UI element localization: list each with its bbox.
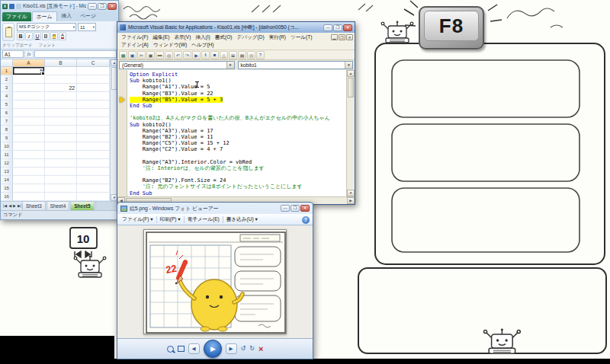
help-icon[interactable]: ? [256, 51, 265, 59]
cell-A7[interactable] [13, 117, 45, 126]
actual-size-icon[interactable] [178, 346, 185, 352]
mdi-minimize-button[interactable]: ▁ [331, 34, 338, 40]
code-line-16[interactable]: '注: Interiorは、セルの背景のことを指します [130, 165, 346, 171]
cut-icon[interactable]: ✂ [137, 51, 146, 59]
cell-C4[interactable] [77, 92, 110, 101]
cell-C5[interactable] [77, 101, 110, 109]
cell-A9[interactable] [13, 134, 45, 142]
font-color-icon[interactable] [59, 32, 66, 40]
cell-A10[interactable] [13, 142, 45, 151]
cell-C15[interactable] [77, 184, 110, 193]
cell-C10[interactable] [77, 142, 110, 151]
code-line-19[interactable]: '注: 元のフォントサイズは8ポイントだったということにします [130, 184, 346, 190]
copy-icon[interactable]: ▣ [146, 51, 155, 59]
row-header-16[interactable]: 16 [1, 193, 13, 201]
delete-button[interactable]: × [258, 345, 263, 353]
cell-B8[interactable] [45, 126, 77, 134]
code-line-8[interactable]: 'kobito2は、Aさんがマクロを書いた人の役、Bさんがエクセルの中の小人ちゃ… [130, 115, 346, 121]
cell-A15[interactable] [13, 184, 45, 193]
cell-C9[interactable] [77, 134, 110, 142]
row-header-1[interactable]: 1 [1, 67, 13, 75]
tab-ホーム[interactable]: ホーム [32, 11, 57, 21]
sheet-nav-last-icon[interactable]: ▶| [17, 202, 22, 210]
cell-B3[interactable]: 22 [45, 84, 77, 92]
scroll-right-icon[interactable]: ▶ [347, 197, 355, 204]
save-icon[interactable] [9, 4, 14, 9]
row-header-2[interactable]: 2 [1, 75, 13, 84]
code-line-4[interactable]: Range("B3").Value = 22 [130, 91, 346, 97]
cell-C12[interactable] [77, 159, 110, 168]
cell-C2[interactable] [77, 75, 110, 84]
cell-C7[interactable] [77, 117, 110, 126]
code-line-17[interactable] [130, 171, 346, 177]
column-header-B[interactable]: B [45, 59, 77, 67]
minimize-button[interactable]: — [88, 3, 97, 10]
cell-B14[interactable] [45, 176, 77, 184]
object-dropdown[interactable]: (General) ▼ [119, 61, 235, 69]
close-button[interactable]: ✕ [300, 205, 310, 212]
scrollbar-thumb[interactable] [348, 78, 354, 97]
next-button[interactable]: ▶ [226, 343, 237, 354]
row-header-5[interactable]: 5 [1, 101, 13, 109]
mdi-close-button[interactable]: ✕ [346, 34, 353, 40]
cell-C1[interactable] [77, 67, 110, 75]
row-header-4[interactable]: 4 [1, 92, 13, 101]
cell-B16[interactable] [45, 193, 77, 201]
tab-挿入[interactable]: 挿入 [58, 11, 76, 21]
maximize-button[interactable]: ❒ [333, 24, 342, 31]
redo-icon[interactable]: ↷ [183, 51, 191, 59]
code-line-15[interactable]: Range("A3").Interior.Color = vbRed [130, 159, 346, 165]
scroll-down-icon[interactable]: ▼ [347, 190, 355, 196]
reset-icon[interactable]: ■ [210, 51, 219, 59]
row-header-7[interactable]: 7 [1, 117, 13, 126]
previous-button[interactable]: ◀ [188, 343, 200, 354]
format-button-I[interactable]: I [25, 32, 33, 40]
sheet-nav-first-icon[interactable]: |◀ [2, 202, 8, 210]
scroll-up-icon[interactable]: ▲ [347, 70, 355, 77]
cell-A14[interactable] [13, 176, 45, 184]
format-button-B[interactable]: B [17, 32, 24, 40]
code-line-13[interactable]: Range("C2").Value = 4 + 7 [130, 146, 346, 152]
cell-A13[interactable] [13, 168, 45, 176]
row-header-9[interactable]: 9 [1, 134, 13, 142]
sheet-tab-Sheet4[interactable]: Sheet4 [47, 201, 70, 210]
code-line-1[interactable]: Option Explicit [130, 72, 346, 78]
procedure-dropdown[interactable]: kobito1 ▼ [238, 61, 354, 69]
menu-item-ウィンドウ(W)[interactable]: ウィンドウ(W) [151, 42, 189, 49]
row-header-8[interactable]: 8 [1, 126, 13, 134]
cell-C14[interactable] [77, 176, 110, 184]
fx-icon[interactable]: fx [24, 50, 34, 58]
vba-margin[interactable] [117, 70, 127, 196]
cell-B15[interactable] [45, 184, 77, 193]
zoom-icon[interactable] [167, 346, 174, 353]
excel-horizontal-scrollbar[interactable] [95, 202, 118, 210]
project-explorer-icon[interactable]: ⊞ [229, 51, 237, 59]
cell-A5[interactable] [13, 101, 45, 109]
menu-item-デバッグ(D)[interactable]: デバッグ(D) [235, 34, 267, 41]
row-header-11[interactable]: 11 [1, 151, 13, 159]
cell-A2[interactable] [13, 75, 45, 84]
cell-A11[interactable] [13, 151, 45, 159]
font-name-select[interactable]: MS Pゴシック ▾ [17, 23, 76, 31]
column-header-C[interactable]: C [77, 59, 110, 67]
find-icon[interactable]: ◎ [165, 51, 173, 59]
vba-code[interactable]: Option ExplicitSub kobito1() Range("A1")… [127, 70, 346, 196]
cell-C11[interactable] [77, 151, 110, 159]
cell-B9[interactable] [45, 134, 77, 142]
code-line-10[interactable]: Range("A3").Value = 17 [130, 128, 346, 134]
sheet-tab-Sheet3[interactable]: Sheet3 [22, 201, 46, 210]
paste-icon[interactable]: ▬ [156, 51, 164, 59]
close-button[interactable]: ✕ [343, 24, 352, 31]
row-header-6[interactable]: 6 [1, 109, 13, 117]
rotate-cw-button[interactable]: ↻ [249, 346, 255, 352]
code-line-12[interactable]: Range("C5").Value = 15 + 12 [130, 140, 346, 146]
cell-B12[interactable] [45, 159, 77, 168]
paste-button[interactable] [2, 23, 14, 41]
design-mode-icon[interactable]: △ [220, 51, 228, 59]
code-line-9[interactable]: Sub kobito2() [130, 122, 346, 128]
cell-C8[interactable] [77, 126, 110, 134]
select-all-corner[interactable] [1, 59, 13, 67]
vba-title-bar[interactable]: Microsoft Visual Basic for Applications … [117, 22, 355, 33]
toolbar-印刷(P)[interactable]: 印刷(P) ▾ [159, 216, 182, 223]
cell-C16[interactable] [77, 193, 110, 201]
